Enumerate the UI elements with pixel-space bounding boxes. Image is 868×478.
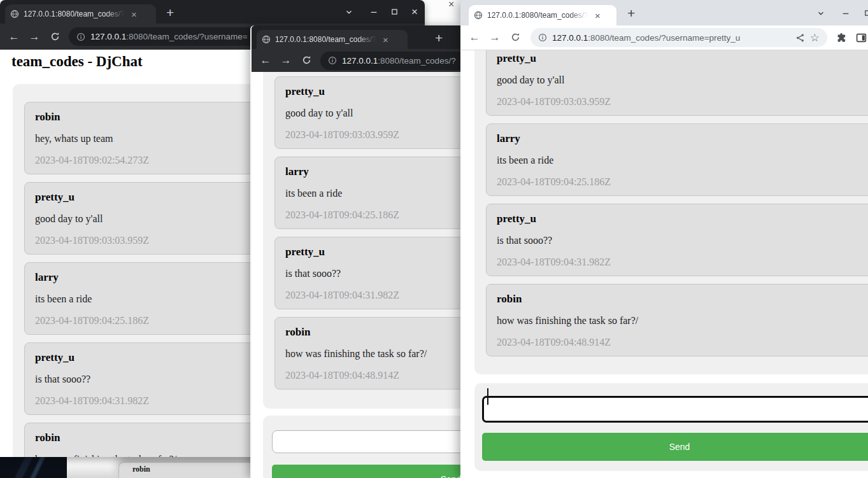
message-card: pretty_u good day to y'all 2023-04-18T09… [486, 50, 868, 116]
info-icon[interactable] [538, 33, 547, 42]
message-input-focused[interactable] [482, 396, 868, 423]
globe-icon [474, 11, 483, 20]
message-timestamp: 2023-04-18T09:04:31.982Z [497, 255, 868, 269]
back-icon[interactable]: ← [464, 31, 485, 44]
message-username: robin [285, 325, 460, 339]
message-card: robin how was finishing the task so far?… [486, 284, 868, 356]
send-button[interactable]: Send [272, 465, 460, 478]
desktop: robin × 127.0.0.1:8080/team_codes/?us × … [0, 0, 868, 478]
maximize-icon[interactable] [858, 1, 868, 25]
globe-icon [10, 10, 19, 18]
message-text: good day to y'all [497, 73, 868, 87]
message-timestamp: 2023-04-18T09:04:25.186Z [497, 175, 868, 189]
message-username: larry [285, 165, 460, 179]
reload-icon[interactable] [45, 31, 65, 43]
message-timestamp: 2023-04-18T09:04:48.914Z [285, 369, 460, 383]
tab-title: 127.0.0.1:8080/team_codes/?us [487, 11, 590, 20]
back-icon[interactable]: ← [255, 54, 276, 67]
message-username: pretty_u [285, 85, 460, 99]
tab-title: 127.0.0.1:8080/team_codes/?us [275, 35, 378, 44]
chat-form: Send [474, 383, 868, 471]
browser-window-middle-inner: 127.0.0.1:8080/team_codes/?us × + ← → 12… [252, 25, 460, 478]
message-list: pretty_u good day to y'all 2023-04-18T09… [474, 50, 868, 374]
reload-icon[interactable] [296, 54, 317, 67]
peek-message-card: robin [118, 462, 260, 478]
forward-icon[interactable]: → [485, 31, 505, 44]
message-text: how was finishing the task so far?/ [285, 347, 460, 361]
page-content: pretty_u good day to y'all 2023-04-18T09… [460, 50, 868, 478]
desktop-wallpaper-patch [0, 457, 67, 478]
browser-tab[interactable]: 127.0.0.1:8080/team_codes/?us × [5, 4, 156, 24]
message-text: how was finishing the task so far?/ [497, 314, 868, 328]
message-text: is that sooo?? [285, 267, 460, 281]
url-text: 127.0.0.1:8080/team_codes/?username= [90, 32, 248, 41]
new-tab-button[interactable]: + [435, 31, 443, 46]
message-username: pretty_u [285, 245, 460, 259]
bookmark-star-icon[interactable]: ☆ [810, 32, 820, 43]
message-timestamp: 2023-04-18T09:03:03.959Z [285, 128, 460, 142]
message-timestamp: 2023-04-18T09:04:25.186Z [285, 208, 460, 222]
browser-tab[interactable]: 127.0.0.1:8080/team_codes/?us × [257, 30, 408, 49]
back-icon[interactable]: ← [4, 31, 24, 43]
browser-tab[interactable]: 127.0.0.1:8080/team_codes/?us × [469, 5, 616, 25]
globe-icon [262, 35, 271, 44]
tab-strip: 127.0.0.1:8080/team_codes/?us × + [252, 25, 460, 49]
message-card: larry its been a ride 2023-04-18T09:04:2… [274, 157, 460, 229]
message-username: pretty_u [497, 212, 868, 226]
extensions-puzzle-icon[interactable] [836, 32, 847, 43]
chevron-down-icon[interactable] [339, 0, 359, 24]
tab-close-icon[interactable]: × [383, 35, 388, 45]
message-timestamp: 2023-04-18T09:04:31.982Z [285, 288, 460, 302]
share-icon[interactable] [795, 33, 805, 43]
message-text: its been a ride [285, 186, 460, 200]
info-icon[interactable] [328, 56, 337, 65]
peek-message-username: robin [132, 465, 150, 474]
message-input[interactable] [272, 430, 460, 453]
minimize-icon[interactable] [364, 0, 383, 24]
background-window-peek: robin [67, 458, 258, 478]
browser-toolbar: ← → 127.0.0.1:8080/team_codes/?username=… [460, 25, 868, 50]
message-username: robin [497, 292, 868, 306]
message-timestamp: 2023-04-18T09:03:03.959Z [497, 95, 868, 109]
chat-form: Send [263, 416, 460, 478]
forward-icon[interactable]: → [276, 54, 296, 67]
message-username: pretty_u [497, 52, 868, 66]
tab-strip: 127.0.0.1:8080/team_codes/?us × + × [0, 0, 425, 24]
message-card: pretty_u good day to y'all 2023-04-18T09… [274, 76, 460, 149]
message-list: pretty_u good day to y'all 2023-04-18T09… [263, 72, 460, 409]
tab-strip: 127.0.0.1:8080/team_codes/?us × + [460, 0, 868, 25]
new-tab-button[interactable]: + [166, 5, 174, 20]
url-text: 127.0.0.1:8080/team_codes/?username=pret… [552, 33, 790, 43]
message-timestamp: 2023-04-18T09:04:48.914Z [497, 335, 868, 349]
message-username: larry [497, 132, 868, 146]
send-button[interactable]: Send [482, 433, 868, 461]
tab-close-icon[interactable]: × [131, 10, 137, 19]
url-text: 127.0.0.1:8080/team_codes/? [342, 56, 456, 66]
message-card: robin how was finishing the task so far?… [274, 317, 460, 390]
address-bar[interactable]: 127.0.0.1:8080/team_codes/? [320, 52, 460, 70]
browser-window-right: 127.0.0.1:8080/team_codes/?us × + ← → [460, 0, 868, 478]
message-card: larry its been a ride 2023-04-18T09:04:2… [486, 123, 868, 196]
tab-close-icon[interactable]: × [595, 11, 601, 20]
new-tab-button[interactable]: + [627, 6, 635, 21]
browser-toolbar: ← → 127.0.0.1:8080/team_codes/? [252, 49, 460, 72]
reload-icon[interactable] [505, 31, 525, 44]
page-title: team_codes - DjChat [11, 53, 143, 70]
forward-icon[interactable]: → [24, 31, 45, 43]
message-card: pretty_u is that sooo?? 2023-04-18T09:04… [486, 204, 868, 276]
info-icon[interactable] [76, 32, 85, 41]
minimize-icon[interactable] [836, 1, 855, 25]
message-text: is that sooo?? [497, 234, 868, 248]
tab-title: 127.0.0.1:8080/team_codes/?us [24, 10, 127, 18]
browser-window-middle: 127.0.0.1:8080/team_codes/?us × + ← → 12… [252, 25, 460, 478]
page-content: pretty_u good day to y'all 2023-04-18T09… [252, 72, 460, 478]
message-text: good day to y'all [285, 106, 460, 120]
maximize-icon[interactable] [385, 0, 404, 24]
side-panel-icon[interactable] [856, 32, 867, 43]
chevron-down-icon[interactable] [811, 1, 830, 25]
close-icon[interactable]: × [405, 0, 424, 24]
message-text: its been a ride [497, 153, 868, 167]
text-caret [487, 388, 488, 405]
close-icon[interactable]: × [448, 0, 454, 10]
address-bar[interactable]: 127.0.0.1:8080/team_codes/?username=pret… [530, 28, 827, 47]
